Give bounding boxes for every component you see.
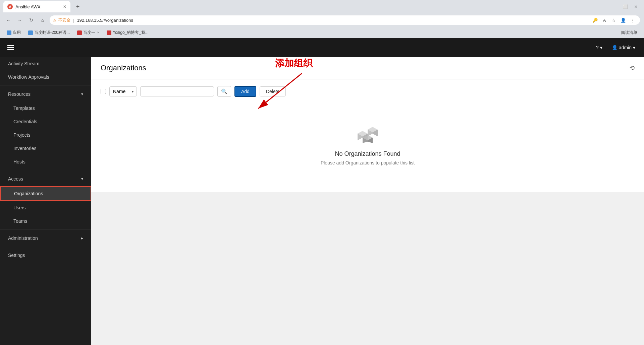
bookmark-baidu[interactable]: 百度一下: [74, 29, 102, 37]
sidebar-item-workflow-approvals-label: Workflow Approvals: [8, 74, 49, 80]
content-layout: Activity Stream Workflow Approvals Resou…: [0, 57, 644, 345]
sidebar-item-workflow-approvals[interactable]: Workflow Approvals: [0, 70, 91, 84]
empty-state: No Organizations Found Please add Organi…: [101, 104, 635, 186]
refresh-button[interactable]: ↻: [27, 16, 36, 24]
sidebar-item-settings[interactable]: Settings: [0, 249, 91, 262]
resources-label: Resources: [8, 91, 31, 97]
sidebar-item-hosts-label: Hosts: [13, 159, 25, 164]
bookmark-apps[interactable]: 应用: [4, 29, 23, 37]
user-chevron: ▾: [633, 45, 635, 50]
forward-button[interactable]: →: [15, 16, 24, 24]
administration-label: Administration: [8, 235, 38, 241]
empty-state-icon: [356, 124, 379, 145]
hamburger-button[interactable]: [5, 43, 16, 52]
search-button[interactable]: 🔍: [217, 86, 231, 97]
sidebar-item-inventories[interactable]: Inventories: [0, 142, 91, 155]
sidebar-group-resources[interactable]: Resources ▾: [0, 87, 91, 101]
home-button[interactable]: ⌂: [38, 16, 47, 24]
nav-actions: ? ▾ 👤 admin ▾: [593, 43, 639, 52]
bookmark-reading-list[interactable]: 阅读清单: [619, 29, 640, 37]
sidebar-divider-3: [0, 229, 91, 229]
back-button[interactable]: ←: [4, 16, 13, 24]
help-button[interactable]: ? ▾: [593, 43, 606, 52]
address-bar[interactable]: ⚠ 不安全 | 192.168.15.5/#/organizations 🔑 A…: [50, 15, 640, 25]
sidebar-item-users-label: Users: [13, 205, 26, 210]
bookmark-yosigo-label: Yosigo_的博客_我...: [113, 30, 149, 36]
user-label: admin: [619, 45, 632, 50]
sidebar-item-projects-label: Projects: [13, 132, 31, 138]
sidebar-item-activity-stream[interactable]: Activity Stream: [0, 57, 91, 70]
sidebar-item-templates-label: Templates: [13, 106, 35, 111]
filter-select[interactable]: Name: [110, 87, 129, 96]
sidebar-item-inventories-label: Inventories: [13, 146, 36, 151]
sidebar: Activity Stream Workflow Approvals Resou…: [0, 57, 91, 345]
browser-titlebar: A Ansible AWX ✕ + — ⬜ ✕: [0, 0, 644, 13]
sidebar-item-credentials-label: Credentials: [13, 119, 37, 124]
page-header-actions: ⟲: [630, 64, 635, 72]
sidebar-divider-1: [0, 85, 91, 85]
sidebar-group-access[interactable]: Access ▾: [0, 171, 91, 186]
filter-select-wrapper: Name ▾: [109, 86, 137, 96]
search-icon: 🔍: [221, 88, 227, 94]
bookmarks-bar: 应用 百度翻译-200种语... 百度一下 Yosigo_的博客_我... 阅读…: [0, 27, 644, 38]
bookmark-apps-label: 应用: [13, 30, 21, 36]
sidebar-item-activity-stream-label: Activity Stream: [8, 61, 39, 66]
translate-icon[interactable]: A: [600, 16, 608, 24]
resources-chevron-icon: ▾: [81, 92, 83, 96]
toolbar: Name ▾ 🔍 Add Delete: [101, 86, 635, 97]
sidebar-divider-4: [0, 247, 91, 247]
access-label: Access: [8, 176, 23, 182]
sidebar-group-administration[interactable]: Administration ▸: [0, 231, 91, 246]
new-tab-button[interactable]: +: [73, 2, 83, 11]
empty-subtitle: Please add Organizations to populate thi…: [321, 160, 415, 165]
bookmark-yosigo[interactable]: Yosigo_的博客_我...: [104, 29, 151, 37]
sidebar-item-settings-label: Settings: [8, 253, 25, 258]
hamburger-line-3: [7, 49, 14, 50]
address-actions: 🔑 A ☆ 👤 ⋮: [591, 16, 637, 24]
profile-icon[interactable]: 👤: [619, 16, 627, 24]
maximize-button[interactable]: ⬜: [621, 2, 630, 11]
sidebar-item-projects[interactable]: Projects: [0, 128, 91, 142]
sidebar-item-users[interactable]: Users: [0, 201, 91, 214]
sidebar-item-credentials[interactable]: Credentials: [0, 115, 91, 128]
tab-title: Ansible AWX: [15, 4, 41, 9]
sidebar-item-organizations[interactable]: Organizations: [0, 186, 91, 201]
top-navigation: ? ▾ 👤 admin ▾: [0, 38, 644, 57]
security-icon: ⚠: [53, 18, 56, 22]
sidebar-item-teams[interactable]: Teams: [0, 214, 91, 228]
sidebar-item-templates[interactable]: Templates: [0, 101, 91, 115]
page-header: Organizations ⟲: [91, 57, 644, 79]
content-area: Name ▾ 🔍 Add Delete: [91, 79, 644, 192]
select-all-checkbox[interactable]: [101, 89, 106, 94]
window-controls: — ⬜ ✕: [610, 2, 641, 11]
add-button[interactable]: Add: [234, 86, 256, 97]
key-icon[interactable]: 🔑: [591, 16, 599, 24]
address-prefix: 不安全: [58, 17, 70, 23]
tab-close-button[interactable]: ✕: [63, 4, 66, 9]
search-input[interactable]: [140, 86, 214, 96]
sidebar-item-hosts[interactable]: Hosts: [0, 155, 91, 168]
bookmark-baidu-translate[interactable]: 百度翻译-200种语...: [25, 29, 72, 37]
address-url: 192.168.15.5/#/organizations: [77, 18, 133, 23]
address-bar-container: ← → ↻ ⌂ ⚠ 不安全 | 192.168.15.5/#/organizat…: [0, 13, 644, 27]
sidebar-item-teams-label: Teams: [13, 218, 27, 224]
sidebar-divider-2: [0, 170, 91, 170]
user-menu[interactable]: 👤 admin ▾: [608, 43, 639, 52]
help-chevron: ▾: [600, 45, 602, 50]
tab-favicon: A: [7, 4, 13, 9]
minimize-button[interactable]: —: [610, 2, 619, 11]
history-button[interactable]: ⟲: [630, 64, 635, 72]
browser-tab[interactable]: A Ansible AWX ✕: [3, 1, 70, 12]
access-chevron-icon: ▾: [81, 177, 83, 181]
history-icon: ⟲: [630, 65, 635, 71]
star-icon[interactable]: ☆: [610, 16, 618, 24]
bookmark-baidu-label: 百度一下: [83, 30, 99, 36]
delete-button[interactable]: Delete: [260, 86, 286, 96]
administration-chevron-icon: ▸: [81, 236, 83, 240]
user-icon: 👤: [612, 45, 618, 50]
menu-icon[interactable]: ⋮: [629, 16, 637, 24]
main-content: Organizations ⟲ Name ▾: [91, 57, 644, 345]
page-title: Organizations: [101, 64, 146, 72]
close-button[interactable]: ✕: [631, 2, 641, 11]
bookmark-baidu-translate-label: 百度翻译-200种语...: [34, 30, 70, 36]
